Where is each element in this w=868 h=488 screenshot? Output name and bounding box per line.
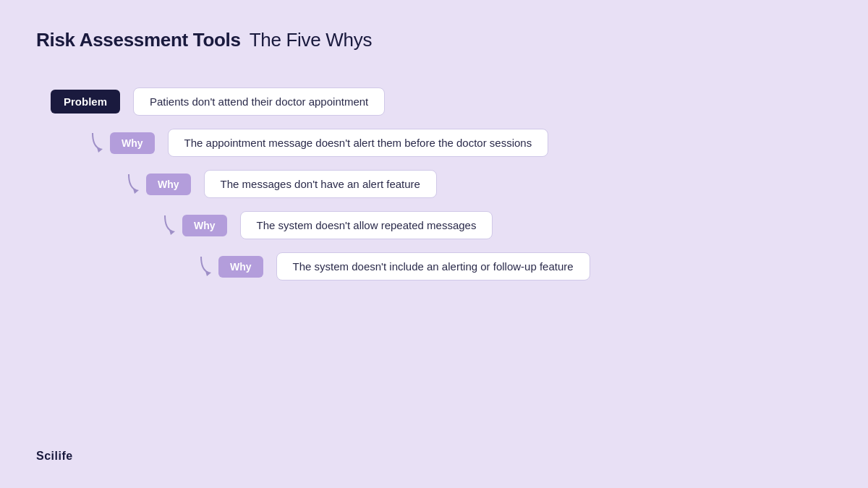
why-row-1: Why The appointment message doesn't aler…	[51, 129, 832, 157]
why-answer-3: The system doesn't allow repeated messag…	[240, 211, 493, 239]
arrow-icon-1	[87, 133, 103, 153]
why-badge-1: Why	[110, 132, 155, 154]
arrow-icon-4	[195, 257, 211, 277]
page-title-light: The Five Whys	[250, 29, 372, 51]
svg-marker-3	[205, 271, 211, 276]
brand-logo: Scilife	[36, 450, 73, 463]
svg-marker-2	[169, 230, 175, 235]
problem-row: Problem Patients don't attend their doct…	[51, 87, 832, 116]
problem-answer: Patients don't attend their doctor appoi…	[133, 87, 385, 116]
why-row-4: Why The system doesn't include an alerti…	[51, 252, 832, 281]
page-container: Risk Assessment Tools The Five Whys Prob…	[0, 0, 868, 488]
page-title-bold: Risk Assessment Tools	[36, 29, 241, 51]
why-badge-2: Why	[146, 174, 191, 195]
why-answer-1: The appointment message doesn't alert th…	[168, 129, 549, 157]
svg-marker-0	[97, 147, 103, 153]
why-badge-4: Why	[218, 256, 263, 278]
why-answer-2: The messages don't have an alert feature	[204, 170, 437, 198]
arrow-icon-2	[123, 174, 139, 194]
why-row-2: Why The messages don't have an alert fea…	[51, 170, 832, 198]
why-row-3: Why The system doesn't allow repeated me…	[51, 211, 832, 239]
problem-badge: Problem	[51, 90, 120, 114]
five-whys-diagram: Problem Patients don't attend their doct…	[36, 87, 832, 294]
why-answer-4: The system doesn't include an alerting o…	[276, 252, 590, 281]
why-badge-3: Why	[182, 215, 227, 236]
arrow-icon-3	[159, 215, 175, 236]
header: Risk Assessment Tools The Five Whys	[36, 29, 832, 51]
svg-marker-1	[133, 189, 139, 194]
